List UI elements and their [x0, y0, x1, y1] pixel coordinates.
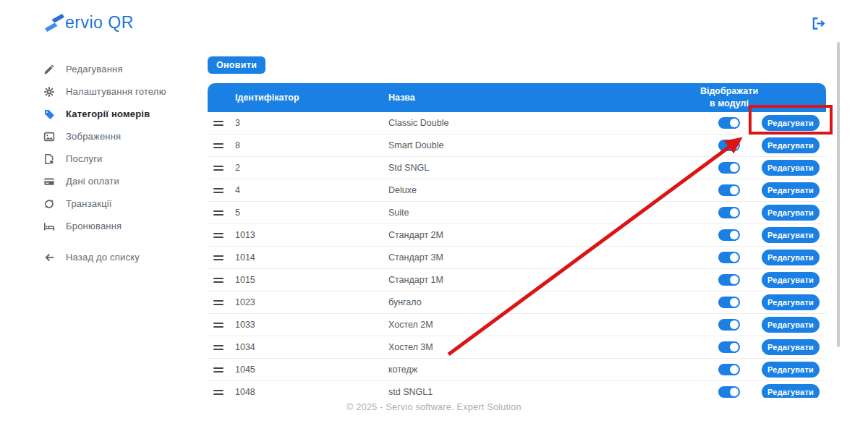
edit-button[interactable]: Редагувати [762, 339, 820, 355]
edit-button[interactable]: Редагувати [762, 182, 820, 198]
row-id: 2 [235, 163, 388, 173]
display-toggle[interactable] [718, 140, 740, 151]
display-toggle[interactable] [718, 207, 740, 218]
row-id: 4 [235, 185, 388, 195]
drag-handle-icon[interactable] [213, 188, 224, 193]
sidebar: Редагування Налаштування готелю [43, 58, 195, 268]
row-id: 1023 [235, 297, 388, 307]
sidebar-item-label: Налаштування готелю [66, 86, 166, 97]
drag-handle-icon[interactable] [213, 323, 224, 328]
drag-handle-icon[interactable] [213, 300, 224, 305]
main-content: Оновити Ідентифікатор Назва Відображати … [208, 56, 826, 398]
sidebar-item-payment-data[interactable]: Дані оплати [43, 170, 195, 192]
sidebar-item-label: Зображення [66, 131, 121, 142]
header-display-line2: в модулі [710, 98, 749, 110]
drag-handle-icon[interactable] [213, 210, 224, 216]
table-row: 1034 Хостел 3М Редагувати [208, 336, 826, 359]
header-name: Назва [388, 93, 696, 103]
app-logo-text: ervio QR [65, 13, 134, 33]
edit-button[interactable]: Редагувати [762, 227, 820, 243]
row-id: 1015 [235, 275, 388, 285]
drag-handle-icon[interactable] [213, 255, 224, 260]
row-name: Classic Double [388, 118, 696, 128]
logout-button[interactable] [811, 16, 826, 31]
row-name: Стандарт 2М [388, 230, 696, 240]
sidebar-item-services[interactable]: Послуги [43, 148, 195, 170]
row-name: Стандарт 1М [388, 275, 696, 285]
row-name: Стандарт 3М [388, 252, 696, 263]
sidebar-item-hotel-settings[interactable]: Налаштування готелю [43, 80, 195, 103]
row-id: 1014 [235, 252, 388, 263]
drag-handle-icon[interactable] [213, 278, 224, 283]
sidebar-item-bookings[interactable]: Бронювання [43, 215, 195, 237]
edit-button[interactable]: Редагувати [762, 294, 820, 310]
display-toggle[interactable] [718, 364, 740, 375]
sidebar-item-label: Категорії номерів [66, 108, 150, 119]
table-row: 3 Classic Double Редагувати [208, 112, 826, 135]
sidebar-item-room-categories[interactable]: Категорії номерів [43, 103, 195, 125]
display-toggle[interactable] [718, 252, 740, 263]
row-id: 1033 [235, 320, 388, 330]
edit-button[interactable]: Редагувати [762, 384, 820, 398]
sidebar-item-label: Дані оплати [66, 176, 119, 187]
display-toggle[interactable] [718, 386, 740, 398]
edit-button[interactable]: Редагувати [762, 160, 820, 176]
refresh-button[interactable]: Оновити [208, 56, 265, 74]
table-row: 4 Deluxe Редагувати [208, 179, 826, 202]
table-row: 1014 Стандарт 3М Редагувати [208, 247, 826, 269]
display-toggle[interactable] [718, 117, 740, 129]
tag-icon [43, 108, 55, 120]
display-toggle[interactable] [718, 229, 740, 241]
vertical-scrollbar[interactable] [837, 42, 840, 347]
display-toggle[interactable] [718, 319, 740, 331]
edit-button[interactable]: Редагувати [762, 205, 820, 221]
table-row: 5 Suite Редагувати [208, 202, 826, 224]
image-icon [43, 131, 55, 142]
sidebar-item-transactions[interactable]: Транзакції [43, 192, 195, 215]
drag-handle-icon[interactable] [213, 390, 224, 395]
gear-icon [43, 86, 55, 98]
drag-handle-icon[interactable] [213, 166, 224, 171]
transactions-icon [43, 198, 55, 210]
display-toggle[interactable] [718, 184, 740, 196]
edit-button[interactable]: Редагувати [762, 272, 820, 288]
app-window: ervio QR Редагування [0, 0, 868, 426]
drag-handle-icon[interactable] [213, 233, 224, 238]
sidebar-back-link[interactable]: Назад до списку [43, 246, 195, 268]
logout-icon [811, 16, 826, 31]
drag-handle-icon[interactable] [213, 345, 224, 350]
sidebar-item-label: Послуги [66, 153, 103, 164]
sidebar-item-label: Транзакції [66, 198, 112, 209]
services-icon [43, 153, 55, 165]
edit-button[interactable]: Редагувати [762, 137, 820, 153]
servio-s-logo-icon [45, 13, 64, 33]
row-name: бунгало [388, 297, 696, 307]
row-name: Deluxe [388, 185, 696, 195]
display-toggle[interactable] [718, 297, 740, 308]
table-row: 1015 Стандарт 1М Редагувати [208, 269, 826, 291]
edit-button[interactable]: Редагувати [762, 362, 820, 378]
sidebar-item-images[interactable]: Зображення [43, 125, 195, 148]
drag-handle-icon[interactable] [213, 143, 224, 148]
table-row: 1045 котедж Редагувати [208, 359, 826, 381]
row-name: Std SNGL [388, 163, 696, 173]
drag-handle-icon[interactable] [213, 367, 224, 372]
display-toggle[interactable] [718, 274, 740, 286]
header-display-line1: Відображати [700, 85, 758, 98]
row-id: 5 [235, 208, 388, 218]
table-header: Ідентифікатор Назва Відображати в модулі [208, 83, 826, 112]
sidebar-item-label: Бронювання [66, 221, 122, 231]
display-toggle[interactable] [718, 341, 740, 353]
sidebar-item-label: Редагування [66, 64, 123, 74]
header-display-in-module: Відображати в модулі [696, 85, 762, 110]
edit-button[interactable]: Редагувати [762, 115, 820, 131]
table-row: 2 Std SNGL Редагувати [208, 157, 826, 179]
row-name: котедж [388, 365, 696, 375]
edit-button[interactable]: Редагувати [762, 317, 820, 333]
edit-button[interactable]: Редагувати [762, 250, 820, 265]
sidebar-item-editing[interactable]: Редагування [43, 58, 195, 80]
table-row: 1048 std SNGL1 Редагувати [208, 381, 826, 398]
drag-handle-icon[interactable] [213, 121, 224, 126]
row-id: 1048 [235, 387, 388, 397]
display-toggle[interactable] [718, 162, 740, 174]
